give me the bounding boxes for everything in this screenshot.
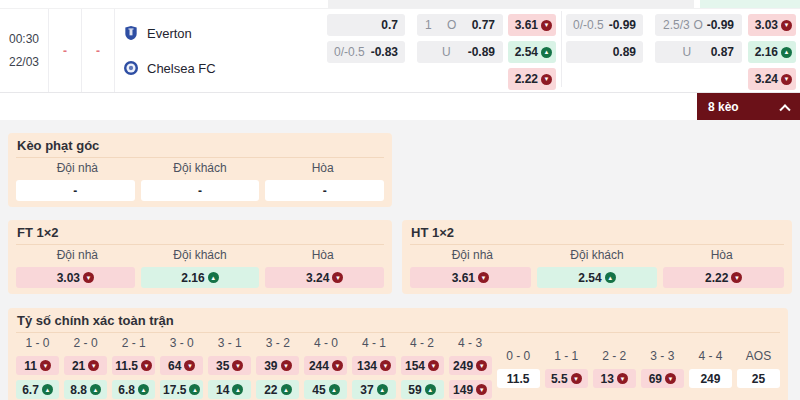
- trend-down-icon: [781, 20, 792, 31]
- score-odds-bottom[interactable]: 45: [304, 380, 347, 399]
- score-label: 4 - 4: [689, 349, 732, 364]
- x12-odds-box[interactable]: 3.24: [748, 68, 796, 90]
- strip-green: [700, 0, 800, 8]
- over-under-odds-box[interactable]: U 0.87: [655, 41, 742, 63]
- corners-home-odds[interactable]: -: [16, 180, 135, 201]
- odds-value: 0.77: [472, 18, 495, 32]
- score-label: 4 - 3: [449, 336, 492, 351]
- ou-line: 1: [425, 18, 432, 32]
- ft-title: FT 1×2: [16, 225, 384, 245]
- everton-logo-icon: [123, 25, 139, 41]
- correct-score-section: Tỷ số chính xác toàn trận 1 - 0116.72 - …: [8, 308, 788, 400]
- ht-draw-odds[interactable]: 2.22: [663, 267, 784, 288]
- score-odds-bottom[interactable]: 149: [449, 380, 492, 399]
- header-away: Đội khách: [535, 248, 660, 263]
- score-odds-bottom[interactable]: 17.5: [160, 380, 203, 399]
- score-odds-bottom[interactable]: 22: [256, 380, 299, 399]
- away-team-name: Chelsea FC: [147, 61, 216, 76]
- score-odds-bottom[interactable]: 8.8: [64, 380, 107, 399]
- strip-gray: [328, 0, 694, 8]
- odds-value: 0.7: [381, 18, 398, 32]
- over-under-odds-box[interactable]: 2.5/3 O -0.99: [655, 14, 742, 36]
- draw-score-column: 0 - 011.5: [497, 336, 540, 399]
- score-odds-top[interactable]: 249: [449, 356, 492, 375]
- corners-away-odds[interactable]: -: [141, 180, 260, 201]
- home-team-link[interactable]: Everton: [123, 25, 192, 41]
- odds-value: 11.5: [115, 359, 138, 373]
- over-under-odds-box[interactable]: U -0.89: [417, 41, 503, 63]
- score-odds-bottom[interactable]: 14: [208, 380, 251, 399]
- teams-cell: Everton Chelsea FC: [115, 9, 325, 92]
- hdp-odds-box[interactable]: 0/-0.5 -0.83: [327, 41, 405, 63]
- trend-up-icon: [377, 384, 388, 395]
- ou-side: O: [447, 18, 456, 32]
- score-column: 4 - 024445: [304, 336, 347, 399]
- score-odds-top[interactable]: 244: [304, 356, 347, 375]
- score-odds-top[interactable]: 35: [208, 356, 251, 375]
- score-odds-top[interactable]: 21: [64, 356, 107, 375]
- ft-draw-odds[interactable]: 3.24: [265, 267, 384, 288]
- odds-value: 2.54: [515, 45, 538, 59]
- odds-value: 2.16: [181, 271, 204, 285]
- odds-value: 249: [700, 372, 720, 386]
- odds-value: -0.89: [468, 45, 495, 59]
- odds-value: 6.8: [118, 383, 135, 397]
- score-column: 3 - 13514: [208, 336, 251, 399]
- ft-away-odds[interactable]: 2.16: [141, 267, 260, 288]
- ft-home-odds[interactable]: 3.03: [16, 267, 135, 288]
- odds-value: 3.24: [755, 72, 778, 86]
- draw-score-column: 3 - 369: [641, 336, 684, 399]
- draw-score-odds[interactable]: 5.5: [545, 369, 588, 388]
- x12-odds-box[interactable]: 2.16: [748, 41, 796, 63]
- score-odds-bottom[interactable]: 37: [352, 380, 395, 399]
- corners-draw-odds[interactable]: -: [265, 180, 384, 201]
- corners-cells: - - -: [16, 180, 384, 201]
- odds-value: 25: [752, 372, 765, 386]
- header-home: Đội nhà: [410, 248, 535, 263]
- hdp-odds-box[interactable]: 0/-0.5 -0.99: [566, 14, 643, 36]
- trend-up-icon: [425, 384, 436, 395]
- score-odds-bottom[interactable]: 6.8: [112, 380, 155, 399]
- trend-up-icon: [281, 384, 292, 395]
- away-team-link[interactable]: Chelsea FC: [123, 60, 216, 76]
- draw-score-odds[interactable]: 25: [737, 369, 780, 388]
- draw-score-odds[interactable]: 13: [593, 369, 636, 388]
- hdp-odds-box[interactable]: 0.7: [327, 14, 405, 36]
- score-column: 2 - 111.56.8: [112, 336, 155, 399]
- score-odds-top[interactable]: 11.5: [112, 356, 155, 375]
- match-date: 22/03: [9, 55, 39, 69]
- score-odds-top[interactable]: 154: [401, 356, 444, 375]
- score-odds-top[interactable]: 39: [256, 356, 299, 375]
- x12-odds-box[interactable]: 2.22: [508, 68, 556, 90]
- hdp-odds-box[interactable]: 0.89: [566, 41, 643, 63]
- over-under-odds-box[interactable]: 1 O 0.77: [417, 14, 503, 36]
- score-label: 4 - 2: [401, 336, 444, 351]
- draw-score-odds[interactable]: 249: [689, 369, 732, 388]
- ht-away-odds[interactable]: 2.54: [537, 267, 658, 288]
- trend-up-icon: [208, 272, 219, 283]
- keo-row: 8 kèo: [0, 93, 800, 120]
- draw-score-odds[interactable]: 11.5: [497, 369, 540, 388]
- odds-value: -0.99: [609, 18, 636, 32]
- x12-odds-box[interactable]: 3.61: [508, 14, 556, 36]
- corners-headers: Đội nhà Đội khách Hòa: [16, 161, 384, 176]
- odds-value: 3.03: [57, 271, 80, 285]
- x12-odds-box[interactable]: 2.54: [508, 41, 556, 63]
- hdp-line: 0/-0.5: [573, 18, 604, 32]
- ou-line: 2.5/3: [663, 18, 690, 32]
- odds-value: 64: [168, 359, 181, 373]
- trend-down-icon: [380, 360, 391, 371]
- odds-value: -: [73, 184, 77, 198]
- draw-score-odds[interactable]: 69: [641, 369, 684, 388]
- score-odds-bottom[interactable]: 6.7: [16, 380, 59, 399]
- score-odds-bottom[interactable]: 59: [401, 380, 444, 399]
- score-odds-top[interactable]: 64: [160, 356, 203, 375]
- score-odds-top[interactable]: 11: [16, 356, 59, 375]
- keo-count-toggle[interactable]: 8 kèo: [697, 93, 800, 120]
- ht-home-odds[interactable]: 3.61: [410, 267, 531, 288]
- odds-value: -: [198, 184, 202, 198]
- score-odds-top[interactable]: 134: [352, 356, 395, 375]
- x12-odds-box[interactable]: 3.03: [748, 14, 796, 36]
- odds-value: 39: [264, 359, 277, 373]
- odds-value: 5.5: [551, 372, 568, 386]
